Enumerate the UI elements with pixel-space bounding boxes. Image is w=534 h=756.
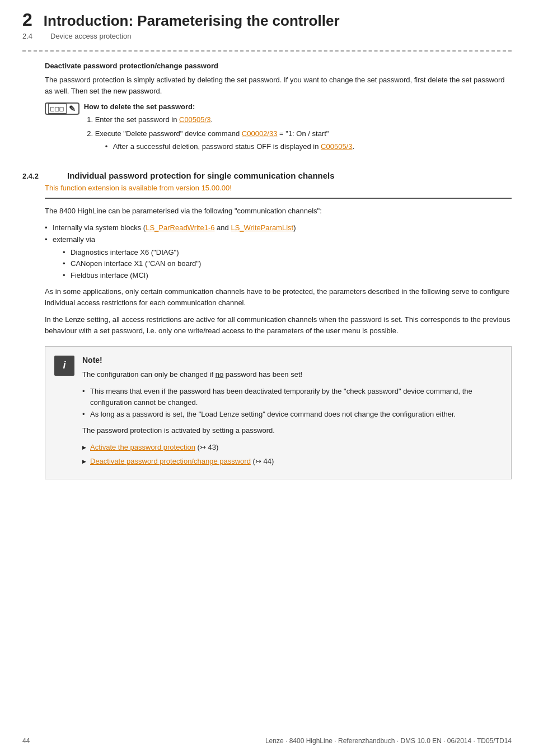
step-2: Execute "Delete password" device command… bbox=[95, 128, 512, 153]
step-2-sub-1: After a successful deletion, password st… bbox=[105, 141, 512, 153]
header-chapter: 2 Introduction: Parameterising the contr… bbox=[22, 10, 512, 30]
section-line: 2.4 Device access protection bbox=[22, 32, 512, 40]
link-ls-write[interactable]: LS_WriteParamList bbox=[231, 223, 293, 232]
deactivate-section: Deactivate password protection/change pa… bbox=[0, 62, 534, 157]
sub-after: . bbox=[352, 142, 354, 151]
section-242-wrapper: 2.4.2 Individual password protection for… bbox=[0, 171, 534, 479]
deactivate-ref: (↣ 44) bbox=[253, 457, 274, 465]
step-2-sub: After a successful deletion, password st… bbox=[105, 141, 512, 153]
page-container: 2 Introduction: Parameterising the contr… bbox=[0, 0, 534, 756]
footer: 44 Lenze · 8400 HighLine · Referenzhandb… bbox=[0, 737, 534, 745]
footer-right: Lenze · 8400 HighLine · Referenzhandbuch… bbox=[265, 737, 512, 745]
note-no: no bbox=[216, 370, 223, 379]
external-item-1: Diagnostics interface X6 ("DIAG") bbox=[63, 247, 512, 259]
note-bullet-2: As long as a password is set, the "Load … bbox=[82, 409, 500, 421]
step-1-link[interactable]: C00505/3 bbox=[179, 115, 210, 124]
section-number: 2.4 bbox=[22, 32, 39, 40]
step-2-before: Execute "Delete password" device command bbox=[95, 129, 242, 138]
thin-rule bbox=[45, 198, 512, 199]
note-bullets: This means that even if the password has… bbox=[82, 386, 500, 421]
chapter-number: 2 bbox=[22, 10, 32, 30]
note-title: Note! bbox=[82, 356, 500, 365]
dashed-separator bbox=[22, 50, 512, 52]
section-242-content: The 8400 HighLine can be parameterised v… bbox=[0, 206, 534, 479]
keyboard-icon: □□□ bbox=[48, 104, 67, 114]
note-link-2: Deactivate password protection/change pa… bbox=[82, 456, 500, 468]
deactivate-heading: Deactivate password protection/change pa… bbox=[45, 62, 512, 70]
howto-icon: □□□ ✎ bbox=[45, 102, 79, 115]
subsection-heading-row: 2.4.2 Individual password protection for… bbox=[0, 171, 534, 180]
activate-ref: (↣ 43) bbox=[198, 443, 219, 451]
intro-paragraph: The 8400 HighLine can be parameterised v… bbox=[45, 206, 512, 217]
deactivate-link[interactable]: Deactivate password protection/change pa… bbox=[90, 457, 251, 465]
para1: As in some applications, only certain co… bbox=[45, 286, 512, 309]
note-link-1: Activate the password protection (↣ 43) bbox=[82, 442, 500, 454]
note-box: i Note! The configuration can only be ch… bbox=[45, 346, 512, 479]
header: 2 Introduction: Parameterising the contr… bbox=[0, 0, 534, 40]
deactivate-paragraph: The password protection is simply activa… bbox=[45, 74, 512, 97]
info-icon: i bbox=[54, 356, 74, 376]
external-sub-list: Diagnostics interface X6 ("DIAG") CANope… bbox=[63, 247, 512, 282]
footer-page: 44 bbox=[22, 737, 30, 745]
sub-link[interactable]: C00505/3 bbox=[321, 142, 352, 151]
section-title: Device access protection bbox=[50, 32, 132, 40]
external-item-3: Fieldbus interface (MCI) bbox=[63, 270, 512, 282]
para2: In the Lenze setting, all access restric… bbox=[45, 314, 512, 337]
howto-content: How to delete the set password: Enter th… bbox=[84, 102, 512, 157]
note-content: Note! The configuration can only be chan… bbox=[82, 356, 500, 470]
external-item-2: CANopen interface X1 ("CAN on board") bbox=[63, 258, 512, 270]
channel-external: externally via Diagnostics interface X6 … bbox=[45, 234, 512, 282]
internal-sep: and bbox=[215, 223, 231, 232]
step-1-after: . bbox=[210, 115, 213, 124]
steps-list: Enter the set password in C00505/3. Exec… bbox=[95, 114, 512, 152]
channel-internal: Internally via system blocks (LS_ParRead… bbox=[45, 222, 512, 234]
step-2-link[interactable]: C00002/33 bbox=[242, 129, 278, 138]
step-1: Enter the set password in C00505/3. bbox=[95, 114, 512, 126]
cursor-icon: ✎ bbox=[69, 104, 76, 113]
step-1-before: Enter the set password in bbox=[95, 115, 179, 124]
subsection-number: 2.4.2 bbox=[22, 172, 56, 180]
howto-label: How to delete the set password: bbox=[84, 102, 195, 111]
internal-end: ) bbox=[293, 223, 296, 232]
link-ls-par[interactable]: LS_ParReadWrite1-6 bbox=[146, 223, 214, 232]
channels-list: Internally via system blocks (LS_ParRead… bbox=[45, 222, 512, 282]
sub-before: After a successful deletion, password st… bbox=[113, 142, 321, 151]
external-label: externally via bbox=[53, 235, 95, 244]
subsection-title: Individual password protection for singl… bbox=[67, 171, 335, 180]
step-2-middle: = "1: On / start" bbox=[277, 129, 329, 138]
howto-box: □□□ ✎ How to delete the set password: En… bbox=[45, 102, 512, 157]
internal-before: Internally via system blocks ( bbox=[53, 223, 146, 232]
chapter-title: Introduction: Parameterising the control… bbox=[44, 12, 340, 30]
activate-link[interactable]: Activate the password protection bbox=[90, 443, 195, 451]
note-bullet-1: This means that even if the password has… bbox=[82, 386, 500, 409]
note-para: The configuration can only be changed if… bbox=[82, 369, 500, 380]
note-para2: The password protection is activated by … bbox=[82, 425, 500, 436]
version-notice: This function extension is available fro… bbox=[0, 184, 534, 192]
note-links: Activate the password protection (↣ 43) … bbox=[82, 442, 500, 468]
